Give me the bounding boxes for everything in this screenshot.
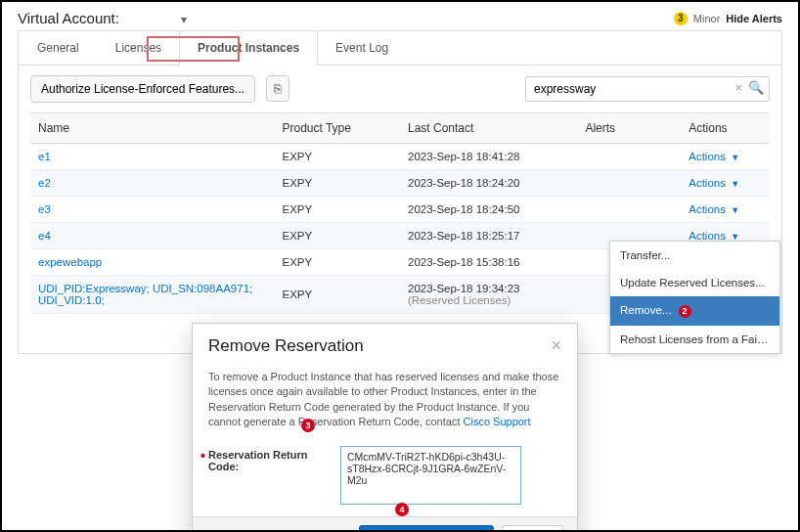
tab-event-log[interactable]: Event Log: [317, 30, 407, 65]
search-clear-icon[interactable]: ×: [734, 80, 742, 95]
cell-last: 2023-Sep-18 18:25:17: [400, 223, 577, 249]
alert-count-badge[interactable]: 3: [674, 12, 688, 25]
actions-menu-link[interactable]: Actions ▼: [689, 151, 739, 162]
tab-licenses[interactable]: Licenses: [97, 30, 180, 65]
col-last[interactable]: Last Contact: [400, 113, 577, 144]
tab-product-instances[interactable]: Product Instances: [179, 30, 318, 66]
modal-title: Remove Reservation: [208, 336, 364, 356]
col-actions[interactable]: Actions: [681, 113, 770, 144]
actions-menu-link[interactable]: Actions ▼: [689, 177, 739, 189]
remove-reservation-modal: Remove Reservation × To remove a Product…: [192, 323, 578, 532]
virtual-account-label: Virtual Account:: [18, 10, 119, 26]
cell-last: 2023-Sep-18 18:24:20: [400, 170, 577, 197]
cell-type: EXPY: [274, 223, 400, 249]
col-alerts[interactable]: Alerts: [577, 113, 681, 144]
cell-last: 2023-Sep-18 18:41:28: [400, 144, 577, 170]
instance-name-link[interactable]: e1: [38, 151, 51, 162]
col-type[interactable]: Product Type: [274, 113, 400, 144]
actions-menu-link[interactable]: Actions ▼: [689, 203, 739, 215]
cisco-support-link[interactable]: Cisco Support: [464, 416, 531, 427]
return-code-textarea[interactable]: [340, 446, 521, 505]
cell-type: EXPY: [274, 249, 400, 276]
remove-reservation-button[interactable]: Remove Reservation: [359, 525, 494, 532]
dropdown-transfer[interactable]: Transfer...: [610, 242, 779, 269]
cell-alerts: [577, 144, 681, 170]
instance-name-link[interactable]: UDI_PID:Expressway; UDI_SN:098AA971; UDI…: [38, 283, 252, 306]
cell-type: EXPY: [274, 144, 400, 170]
hide-alerts-link[interactable]: Hide Alerts: [726, 13, 782, 24]
virtual-account-dropdown[interactable]: ▾: [181, 13, 187, 26]
col-name[interactable]: Name: [30, 113, 274, 144]
authorize-button[interactable]: Authorize License-Enforced Features...: [30, 75, 255, 103]
callout-2: 2: [679, 305, 691, 318]
search-input[interactable]: [525, 76, 770, 102]
search-icon[interactable]: 🔍: [748, 80, 764, 95]
dropdown-rehost[interactable]: Rehost Licenses from a Failed Product...: [610, 326, 779, 353]
actions-dropdown: Transfer... Update Reserved Licenses... …: [609, 241, 780, 354]
table-row: e2EXPY2023-Sep-18 18:24:20Actions ▼: [30, 170, 770, 197]
tab-general[interactable]: General: [19, 30, 98, 65]
instance-name-link[interactable]: e3: [38, 203, 51, 215]
cell-alerts: [577, 170, 681, 197]
dropdown-remove-label: Remove...: [620, 304, 671, 316]
cell-last: 2023-Sep-18 15:38:16: [400, 249, 577, 276]
return-code-label: Reservation Return Code:: [208, 446, 331, 472]
table-row: e1EXPY2023-Sep-18 18:41:28Actions ▼: [30, 144, 770, 170]
cell-type: EXPY: [274, 170, 400, 197]
instance-name-link[interactable]: e4: [38, 230, 51, 242]
cancel-button[interactable]: Cancel: [502, 525, 563, 532]
dropdown-remove[interactable]: Remove... 2: [610, 296, 779, 326]
instance-name-link[interactable]: expewebapp: [38, 256, 102, 268]
instance-name-link[interactable]: e2: [38, 177, 51, 189]
modal-close-icon[interactable]: ×: [551, 335, 561, 356]
cell-type: EXPY: [274, 276, 400, 314]
cell-type: EXPY: [274, 197, 400, 223]
cell-last: 2023-Sep-18 19:34:23 (Reserved Licenses): [400, 276, 577, 314]
cell-alerts: [577, 197, 681, 223]
callout-3: 3: [301, 419, 315, 432]
export-icon-button[interactable]: ⎘: [266, 75, 289, 102]
table-row: e3EXPY2023-Sep-18 18:24:50Actions ▼: [30, 197, 770, 223]
callout-4: 4: [395, 503, 409, 516]
dropdown-update[interactable]: Update Reserved Licenses...: [610, 269, 779, 296]
cell-last: 2023-Sep-18 18:24:50: [400, 197, 577, 223]
alert-level-label: Minor: [693, 13, 721, 24]
